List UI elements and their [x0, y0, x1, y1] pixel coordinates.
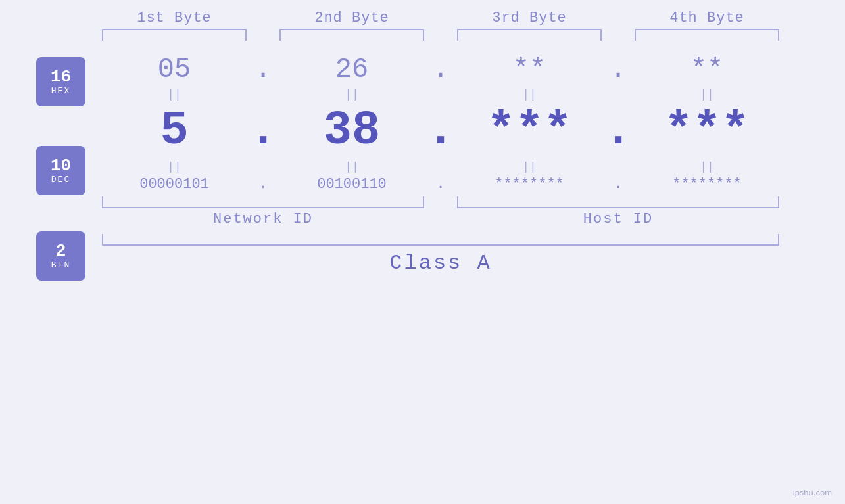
byte-headers-row: 1st Byte 2nd Byte 3rd Byte 4th Byte: [102, 10, 845, 26]
bin-row: 00000101 . 00100110 . ******** . *******…: [102, 176, 845, 193]
equals-row-1: || || || ||: [102, 88, 845, 101]
class-label: Class A: [389, 251, 491, 275]
data-rows-column: 05 . 26 . ** . ** || || || || 5 .: [102, 51, 845, 281]
top-brackets: [102, 29, 845, 41]
hex-dot-2: .: [424, 54, 457, 85]
eq-1-2: ||: [279, 88, 424, 101]
byte-header-2: 2nd Byte: [279, 10, 424, 26]
dec-dot-2: .: [424, 104, 457, 158]
page-container: 1st Byte 2nd Byte 3rd Byte 4th Byte 16 H…: [0, 0, 845, 504]
hex-val-1: 05: [102, 54, 247, 85]
bin-val-2: 00100110: [279, 176, 424, 193]
base-badges-column: 16 HEX 10 DEC 2 BIN: [0, 51, 102, 281]
dec-val-4: ***: [635, 104, 779, 158]
full-bracket-container: [102, 234, 845, 246]
bin-dot-1: .: [247, 176, 279, 193]
middle-section: 16 HEX 10 DEC 2 BIN 05 . 26 . ** . **: [0, 51, 845, 281]
bracket-3: [457, 29, 602, 41]
bin-dot-2: .: [424, 176, 457, 193]
eq-2-4: ||: [635, 160, 779, 173]
bottom-brackets: [102, 196, 845, 208]
hex-badge: 16 HEX: [36, 57, 85, 106]
bracket-2: [279, 29, 424, 41]
bin-val-1: 00000101: [102, 176, 247, 193]
dec-badge: 10 DEC: [36, 146, 85, 195]
eq-2-3: ||: [457, 160, 602, 173]
dec-dot-1: .: [247, 104, 279, 158]
eq-1-1: ||: [102, 88, 247, 101]
hex-dot-3: .: [602, 54, 635, 85]
bracket-4: [635, 29, 779, 41]
byte-header-4: 4th Byte: [635, 10, 779, 26]
host-bracket: [457, 196, 779, 208]
eq-2-1: ||: [102, 160, 247, 173]
eq-1-3: ||: [457, 88, 602, 101]
host-id-label: Host ID: [457, 211, 779, 227]
hex-val-4: **: [635, 54, 779, 85]
equals-row-2: || || || ||: [102, 160, 845, 173]
bin-val-3: ********: [457, 176, 602, 193]
byte-header-1: 1st Byte: [102, 10, 247, 26]
dec-dot-3: .: [602, 104, 635, 158]
dec-val-2: 38: [279, 104, 424, 158]
dec-val-3: ***: [457, 104, 602, 158]
hex-val-3: **: [457, 54, 602, 85]
bin-val-4: ********: [635, 176, 779, 193]
bracket-1: [102, 29, 247, 41]
id-labels: Network ID Host ID: [102, 211, 845, 227]
net-bracket: [102, 196, 424, 208]
hex-dot-1: .: [247, 54, 279, 85]
byte-header-3: 3rd Byte: [457, 10, 602, 26]
network-id-label: Network ID: [102, 211, 424, 227]
eq-2-2: ||: [279, 160, 424, 173]
full-bracket: [102, 234, 779, 246]
watermark: ipshu.com: [793, 488, 832, 497]
eq-1-4: ||: [635, 88, 779, 101]
bin-dot-3: .: [602, 176, 635, 193]
class-label-container: Class A: [102, 251, 779, 275]
bin-badge: 2 BIN: [36, 231, 85, 281]
dec-row: 5 . 38 . *** . ***: [102, 104, 845, 158]
hex-row: 05 . 26 . ** . **: [102, 51, 845, 85]
dec-val-1: 5: [102, 104, 247, 158]
hex-val-2: 26: [279, 54, 424, 85]
